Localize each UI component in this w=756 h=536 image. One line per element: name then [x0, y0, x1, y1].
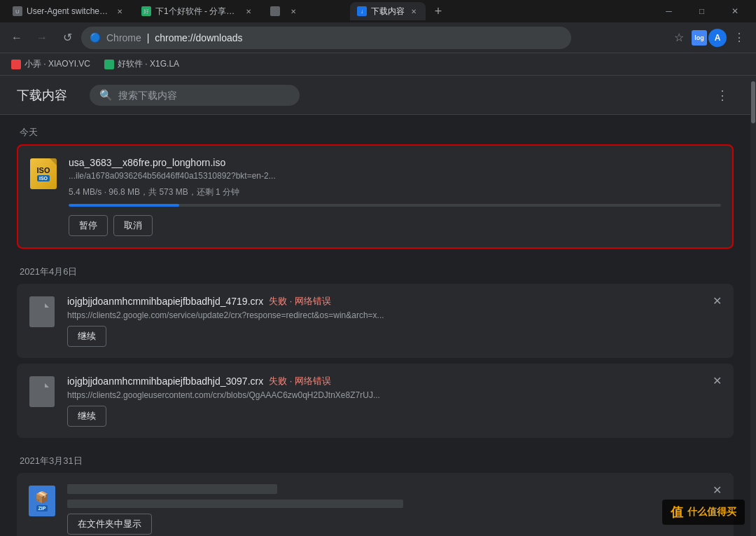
crx2-file-icon	[29, 376, 55, 407]
browser-toolbar: ← → ↺ 🔵 Chrome | chrome://downloads ☆ lo…	[0, 22, 756, 53]
pause-button[interactable]: 暂停	[69, 215, 108, 236]
download-info-iso: usa_3683__x86fre.pro_longhorn.iso ...ile…	[69, 157, 721, 236]
tab-1-close[interactable]: ✕	[115, 6, 125, 16]
tab-3-favicon	[270, 6, 280, 16]
bookmark-1-label: 小弄 · XIAOYI.VC	[24, 58, 90, 70]
watermark-text: 什么值得买	[687, 506, 736, 518]
svg-rect-1	[36, 383, 46, 397]
download-info-zip: 在文件夹中显示	[67, 484, 722, 535]
download-filename-crx1: iojgbjjdoanmhcmmihbapiejfbbadhjd_4719.cr…	[67, 296, 263, 307]
profile-avatar[interactable]: A	[708, 29, 727, 47]
chrome-label: Chrome	[106, 32, 141, 43]
bookmarks-bar: 小弄 · XIAOYI.VC 好软件 · X1G.LA	[0, 53, 756, 76]
download-item-crx1: ✕ iojgbjjdoanmhcmmihbapiejfbbadhjd_4719.…	[17, 284, 734, 358]
address-text: Chrome | chrome://downloads	[106, 32, 243, 43]
downloads-header: 下载内容 🔍 ⋮	[0, 76, 750, 115]
resume-button-crx1[interactable]: 继续	[67, 326, 106, 347]
download-actions-crx1: 继续	[67, 326, 722, 347]
tab-2-favicon: 好	[141, 6, 151, 16]
download-url-crx1: https://clients2.google.com/service/upda…	[67, 310, 543, 320]
menu-button[interactable]: ⋮	[728, 27, 750, 49]
back-button[interactable]: ←	[6, 27, 28, 49]
error-label-crx1: 失败 · 网络错误	[269, 295, 331, 308]
section-march31: 2021年3月31日 ✕ 📦 ZIP 在文件夹中显示	[17, 455, 734, 536]
download-filename-zip	[67, 484, 277, 494]
tab-4-title: 下载内容	[371, 6, 405, 18]
watermark: 值 什么值得买	[662, 500, 745, 525]
tab-2[interactable]: 好 下1个好软件 - 分享实用... ✕	[134, 2, 260, 20]
forward-button[interactable]: →	[31, 27, 53, 49]
error-label-crx2: 失败 · 网络错误	[269, 375, 331, 387]
date-label-march31: 2021年3月31日	[17, 455, 734, 467]
refresh-button[interactable]: ↺	[56, 27, 78, 49]
download-actions-zip: 在文件夹中显示	[67, 514, 722, 535]
download-actions-crx2: 继续	[67, 406, 722, 427]
toolbar-right: ☆ log A ⋮	[668, 27, 750, 49]
section-april6: 2021年4月6日 ✕ iojgbjjdoanmhcmmihbapiejfbba…	[17, 266, 734, 438]
new-tab-button[interactable]: +	[428, 1, 448, 21]
zip-file-icon: 📦 ZIP	[29, 486, 55, 516]
download-speed-iso: 5.4 MB/s · 96.8 MB，共 573 MB，还剩 1 分钟	[69, 186, 721, 198]
download-info-crx2: iojgbjjdoanmhcmmihbapiejfbbadhjd_3097.cr…	[67, 375, 722, 427]
show-in-folder-button[interactable]: 在文件夹中显示	[67, 514, 152, 535]
close-crx2-button[interactable]: ✕	[708, 372, 725, 389]
scrollbar-thumb[interactable]	[751, 81, 755, 123]
scrollbar-track[interactable]	[750, 76, 756, 536]
search-box[interactable]: 🔍	[90, 85, 300, 106]
tabs-container: U User-Agent switcher cor... ✕ 好 下1个好软件 …	[6, 1, 448, 21]
date-label-today: 今天	[17, 126, 734, 139]
progress-bar-iso	[69, 204, 721, 207]
downloads-list: 今天 ISO ISO usa_3683__x86fre.pro_longhorn…	[0, 115, 750, 536]
extension-icon[interactable]: log	[692, 30, 707, 46]
tab-1[interactable]: U User-Agent switcher cor... ✕	[6, 2, 132, 20]
download-actions-iso: 暂停 取消	[69, 215, 721, 236]
section-today: 今天 ISO ISO usa_3683__x86fre.pro_longhorn…	[17, 126, 734, 249]
search-input[interactable]	[118, 90, 290, 101]
tab-4[interactable]: ↓ 下载内容 ✕	[350, 2, 426, 20]
file-icon-crx1	[28, 295, 56, 329]
security-icon: 🔵	[90, 32, 101, 43]
cancel-button[interactable]: 取消	[113, 215, 153, 236]
iso-label: ISO	[37, 175, 50, 181]
file-icon-zip: 📦 ZIP	[28, 484, 56, 518]
download-filename-crx2: iojgbjjdoanmhcmmihbapiejfbbadhjd_3097.cr…	[67, 376, 263, 387]
tab-1-favicon: U	[13, 6, 22, 16]
resume-button-crx2[interactable]: 继续	[67, 406, 106, 427]
window-controls: ─ □ ✕	[653, 0, 750, 22]
header-menu-button[interactable]: ⋮	[711, 84, 734, 106]
tab-2-close[interactable]: ✕	[244, 6, 253, 16]
page-title: 下载内容	[17, 87, 67, 104]
crx1-file-icon	[29, 296, 55, 327]
tab-1-title: User-Agent switcher cor...	[27, 6, 111, 16]
progress-bar-fill-iso	[69, 204, 179, 207]
maximize-button[interactable]: □	[686, 0, 718, 22]
address-bar[interactable]: 🔵 Chrome | chrome://downloads	[81, 27, 571, 49]
download-url-iso: ...ile/a1678a0936264b56d46ff40a15310892?…	[69, 171, 545, 181]
download-url-zip	[67, 500, 403, 508]
filename-error-crx2: iojgbjjdoanmhcmmihbapiejfbbadhjd_3097.cr…	[67, 375, 722, 387]
download-info-crx1: iojgbjjdoanmhcmmihbapiejfbbadhjd_4719.cr…	[67, 295, 722, 347]
file-icon-iso: ISO ISO	[29, 157, 57, 191]
url-text: chrome://downloads	[155, 32, 242, 43]
minimize-button[interactable]: ─	[653, 0, 685, 22]
download-item-zip: ✕ 📦 ZIP 在文件夹中显示	[17, 473, 734, 536]
date-label-april6: 2021年4月6日	[17, 266, 734, 278]
close-crx1-button[interactable]: ✕	[708, 292, 725, 309]
tab-2-title: 下1个好软件 - 分享实用...	[155, 6, 239, 18]
bookmark-1-favicon	[11, 60, 21, 69]
close-zip-button[interactable]: ✕	[708, 481, 725, 498]
close-button[interactable]: ✕	[719, 0, 750, 22]
file-icon-crx2	[28, 375, 56, 408]
filename-error-crx1: iojgbjjdoanmhcmmihbapiejfbbadhjd_4719.cr…	[67, 295, 722, 308]
tab-4-close[interactable]: ✕	[409, 6, 419, 16]
bookmark-star-button[interactable]: ☆	[668, 27, 690, 49]
tab-3-close[interactable]: ✕	[288, 6, 298, 16]
downloads-page: 下载内容 🔍 ⋮ 今天 ISO ISO	[0, 76, 756, 536]
download-item-crx2: ✕ iojgbjjdoanmhcmmihbapiejfbbadhjd_3097.…	[17, 364, 734, 438]
bookmark-2-label: 好软件 · X1G.LA	[118, 58, 179, 70]
download-filename-iso: usa_3683__x86fre.pro_longhorn.iso	[69, 157, 721, 168]
bookmark-2[interactable]: 好软件 · X1G.LA	[99, 56, 185, 72]
tab-3[interactable]: ✕	[263, 2, 347, 20]
download-item-iso: ISO ISO usa_3683__x86fre.pro_longhorn.is…	[17, 144, 734, 249]
bookmark-1[interactable]: 小弄 · XIAOYI.VC	[6, 56, 96, 72]
